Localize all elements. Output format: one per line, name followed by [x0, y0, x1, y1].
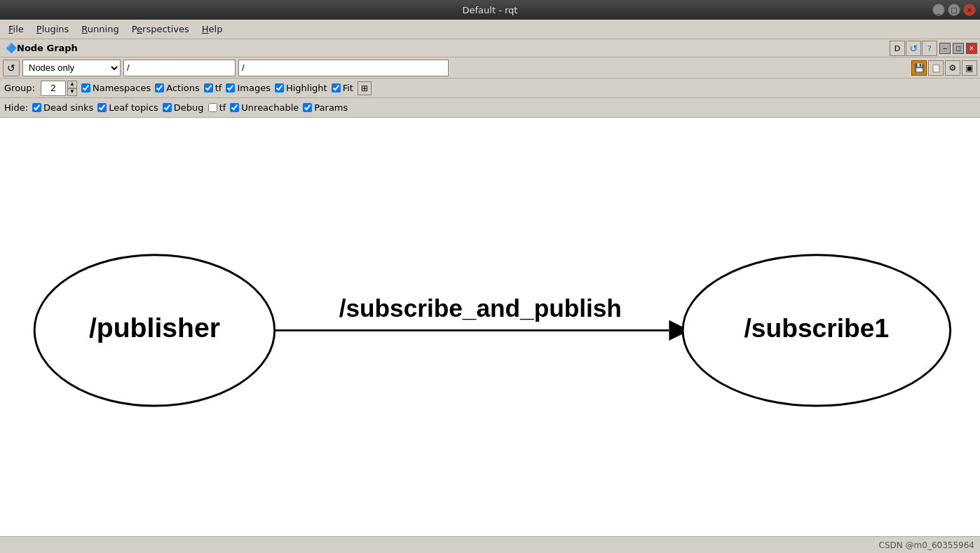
- group-label: Group:: [4, 83, 35, 93]
- spinner-up[interactable]: ▲: [67, 81, 77, 88]
- svg-text:/subscribe_and_publish: /subscribe_and_publish: [339, 294, 622, 322]
- menu-help[interactable]: Help: [196, 22, 229, 36]
- node-filter-input[interactable]: [238, 60, 449, 76]
- spinner-down[interactable]: ▼: [67, 88, 77, 96]
- gear-icon: ⚙: [949, 63, 957, 73]
- node-graph-icon: 🔷: [6, 43, 17, 53]
- header-area: 🔷 Node Graph D ↺ ? − ◻ ✕ ↺ Nodes only 💾 …: [0, 39, 980, 118]
- actions-label[interactable]: Actions: [155, 83, 200, 93]
- plugin-header: 🔷 Node Graph: [0, 39, 980, 57]
- tf-option-checkbox[interactable]: [204, 83, 213, 93]
- settings-graph-button[interactable]: ⚙: [945, 60, 960, 76]
- leaf-topics-label[interactable]: Leaf topics: [97, 102, 158, 113]
- debug-checkbox[interactable]: [163, 103, 172, 112]
- group-spinner: ▲ ▼: [41, 81, 77, 96]
- fit-checkbox[interactable]: [332, 83, 341, 93]
- tf-hide-label[interactable]: tf: [208, 102, 226, 113]
- display-icon: ▣: [965, 63, 973, 73]
- top-right-panel: D ↺ ? − ◻ ✕: [887, 39, 980, 57]
- highlight-checkbox[interactable]: [275, 83, 284, 93]
- menu-running[interactable]: Running: [76, 22, 124, 36]
- save-icon: 💾: [914, 63, 925, 73]
- refresh-button[interactable]: ↺: [3, 60, 20, 76]
- graph-area[interactable]: /publisher /subscribe_and_publish /subsc…: [0, 118, 980, 536]
- namespaces-label[interactable]: Namespaces: [81, 83, 151, 93]
- highlight-label[interactable]: Highlight: [275, 83, 327, 93]
- tf-hide-checkbox[interactable]: [208, 103, 217, 112]
- plugin-title: Node Graph: [17, 43, 78, 53]
- copy-graph-button[interactable]: 📋: [928, 60, 944, 76]
- maximize-button[interactable]: □: [948, 4, 960, 16]
- images-label[interactable]: Images: [226, 83, 271, 93]
- fit-label[interactable]: Fit: [332, 83, 353, 93]
- options-row: Group: ▲ ▼ Namespaces Actions tf Images …: [0, 78, 980, 98]
- copy-icon: 📋: [931, 63, 941, 73]
- save-graph-button[interactable]: 💾: [911, 60, 927, 76]
- menu-plugins[interactable]: Plugins: [31, 22, 75, 36]
- help-button[interactable]: ?: [922, 41, 937, 56]
- svg-text:/publisher: /publisher: [89, 313, 220, 343]
- group-input[interactable]: [41, 81, 66, 96]
- minimize-button[interactable]: _: [932, 4, 945, 16]
- tf-option-label[interactable]: tf: [204, 83, 222, 93]
- namespace-filter-input[interactable]: [123, 60, 236, 76]
- unreachable-label[interactable]: Unreachable: [230, 102, 299, 113]
- close-plugin-button[interactable]: ✕: [966, 43, 977, 54]
- dead-sinks-label[interactable]: Dead sinks: [32, 102, 93, 113]
- window-controls: _ □ ✕: [932, 4, 976, 16]
- undock-button[interactable]: −: [939, 43, 951, 54]
- leaf-topics-checkbox[interactable]: [97, 103, 107, 112]
- unreachable-checkbox[interactable]: [230, 103, 239, 112]
- namespaces-checkbox[interactable]: [81, 83, 90, 93]
- status-text: CSDN @m0_60355964: [879, 540, 974, 550]
- view-mode-dropdown[interactable]: Nodes only: [22, 60, 121, 76]
- refresh-icon-button[interactable]: ↺: [906, 41, 921, 56]
- toolbar-row: ↺ Nodes only 💾 📋 ⚙ ▣: [0, 57, 980, 78]
- menu-bar: File Plugins Running Perspectives Help: [0, 20, 980, 39]
- hide-row: Hide: Dead sinks Leaf topics Debug tf Un…: [0, 98, 980, 118]
- detach-button[interactable]: ◻: [953, 43, 964, 54]
- menu-file[interactable]: File: [3, 22, 29, 36]
- fit-button[interactable]: ⊞: [358, 81, 372, 95]
- debug-label[interactable]: Debug: [163, 102, 204, 113]
- params-checkbox[interactable]: [303, 103, 312, 112]
- display-button[interactable]: ▣: [962, 60, 977, 76]
- window-title: Default - rqt: [463, 5, 518, 15]
- d-button[interactable]: D: [890, 41, 905, 56]
- spinner-buttons: ▲ ▼: [67, 81, 77, 96]
- svg-text:/subscribe1: /subscribe1: [744, 313, 890, 343]
- close-button[interactable]: ✕: [963, 4, 976, 16]
- actions-checkbox[interactable]: [155, 83, 164, 93]
- menu-perspectives[interactable]: Perspectives: [126, 22, 195, 36]
- status-bar: CSDN @m0_60355964: [0, 536, 980, 553]
- params-label[interactable]: Params: [303, 102, 348, 113]
- graph-svg: /publisher /subscribe_and_publish /subsc…: [0, 118, 980, 536]
- hide-label: Hide:: [4, 102, 28, 113]
- images-checkbox[interactable]: [226, 83, 235, 93]
- title-bar: Default - rqt _ □ ✕: [0, 0, 980, 20]
- dead-sinks-checkbox[interactable]: [32, 103, 41, 112]
